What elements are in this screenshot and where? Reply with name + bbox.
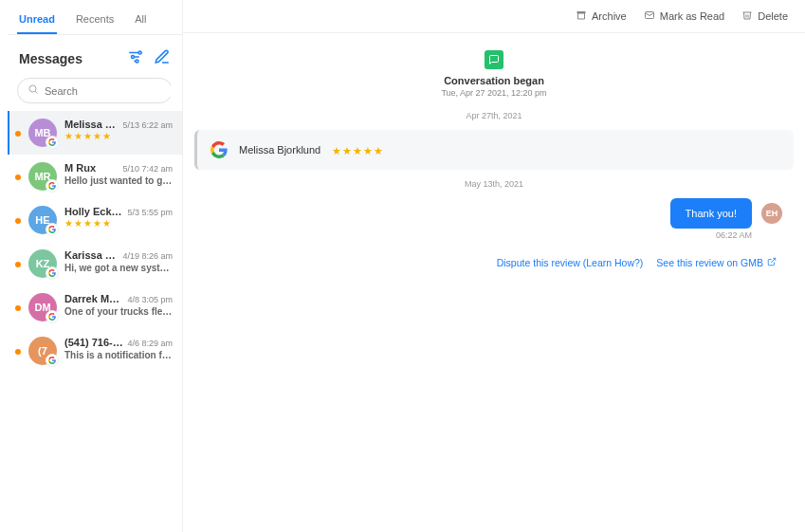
review-author: Melissa Bjorklund bbox=[239, 144, 320, 156]
contact-item[interactable]: DMDarrek Mullins4/8 3:05 pmOne of your t… bbox=[8, 285, 182, 329]
svg-line-10 bbox=[771, 258, 776, 263]
contact-name: Darrek Mullins bbox=[64, 293, 123, 304]
contact-name: Karissa Zurfluh bbox=[64, 249, 119, 261]
review-stars: ★★★★★ bbox=[332, 146, 383, 156]
contact-name: M Rux bbox=[64, 162, 96, 174]
contact-list: MBMelissa Bjorklu...5/13 6:22 am★★★★★MRM… bbox=[8, 111, 182, 532]
rating-stars: ★★★★★ bbox=[64, 132, 173, 141]
toolbar: Archive Mark as Read Delete bbox=[183, 0, 805, 33]
conversation-start-sub: Tue, Apr 27 2021, 12:20 pm bbox=[194, 88, 794, 98]
app-root: Unread Recents All Messages bbox=[0, 0, 805, 532]
search-icon bbox=[27, 83, 39, 98]
timestamp: 5/3 5:55 pm bbox=[127, 208, 173, 217]
archive-button[interactable]: Archive bbox=[576, 9, 627, 23]
main-panel: Archive Mark as Read Delete Conversation… bbox=[183, 0, 805, 532]
left-rail bbox=[0, 0, 8, 532]
item-body: M Rux5/10 7:42 amHello just wanted to gi… bbox=[64, 162, 173, 186]
conversation-start: Conversation began Tue, Apr 27 2021, 12:… bbox=[194, 50, 794, 98]
unread-dot bbox=[15, 174, 21, 180]
contact-name: Holly Eckley bbox=[64, 206, 123, 217]
item-body: Karissa Zurfluh4/19 8:26 amHi, we got a … bbox=[64, 249, 173, 273]
google-badge-icon bbox=[46, 354, 59, 367]
tabs: Unread Recents All bbox=[8, 0, 182, 35]
avatar-wrap: (7 bbox=[28, 337, 57, 365]
page-title: Messages bbox=[19, 51, 82, 66]
contact-item[interactable]: MBMelissa Bjorklu...5/13 6:22 am★★★★★ bbox=[8, 111, 182, 155]
message-preview: Hello just wanted to give a heads u... bbox=[64, 175, 173, 186]
svg-point-4 bbox=[132, 56, 135, 59]
message-preview: This is a notification from Ferguso... bbox=[64, 350, 173, 360]
avatar-wrap: DM bbox=[28, 293, 57, 321]
timestamp: 5/10 7:42 am bbox=[122, 164, 173, 174]
avatar-wrap: HE bbox=[28, 206, 57, 234]
archive-icon bbox=[576, 9, 587, 23]
external-link-icon bbox=[767, 257, 777, 268]
unread-dot bbox=[15, 131, 21, 137]
google-badge-icon bbox=[46, 179, 59, 193]
unread-dot bbox=[15, 305, 21, 311]
unread-dot bbox=[15, 349, 21, 355]
google-badge-icon bbox=[46, 136, 59, 149]
rating-stars: ★★★★★ bbox=[64, 219, 173, 229]
tab-recents[interactable]: Recents bbox=[74, 9, 116, 34]
chat-icon bbox=[485, 50, 503, 69]
compose-icon[interactable] bbox=[154, 48, 171, 68]
message-preview: One of your trucks flew past me on... bbox=[64, 306, 173, 317]
dispute-link[interactable]: Dispute this review (Learn How?) bbox=[497, 257, 644, 268]
search-input[interactable] bbox=[45, 85, 175, 97]
contact-name: (541) 716-5778 bbox=[64, 337, 123, 348]
timestamp: 5/13 6:22 am bbox=[122, 120, 173, 130]
svg-point-3 bbox=[138, 51, 141, 54]
timestamp: 4/6 8:29 am bbox=[127, 339, 173, 348]
sidebar: Unread Recents All Messages bbox=[8, 0, 183, 532]
mail-icon bbox=[644, 9, 655, 23]
message-timestamp: 06:22 AM bbox=[194, 230, 752, 240]
search-box[interactable] bbox=[17, 78, 173, 103]
google-icon bbox=[210, 141, 228, 158]
contact-item[interactable]: HEHolly Eckley5/3 5:55 pm★★★★★ bbox=[8, 198, 182, 242]
sidebar-header: Messages bbox=[8, 35, 182, 78]
contact-item[interactable]: (7(541) 716-57784/6 8:29 amThis is a not… bbox=[8, 329, 182, 373]
unread-dot bbox=[15, 218, 21, 224]
delete-button[interactable]: Delete bbox=[741, 9, 788, 23]
contact-name: Melissa Bjorklu... bbox=[64, 119, 119, 130]
trash-icon bbox=[741, 9, 753, 23]
message-preview: Hi, we got a new system installed a... bbox=[64, 263, 173, 273]
message-bubble: Thank you! bbox=[670, 198, 752, 229]
review-card: Melissa Bjorklund ★★★★★ bbox=[194, 130, 794, 170]
contact-item[interactable]: MRM Rux5/10 7:42 amHello just wanted to … bbox=[8, 155, 182, 198]
item-body: Darrek Mullins4/8 3:05 pmOne of your tru… bbox=[64, 293, 173, 317]
item-body: Melissa Bjorklu...5/13 6:22 am★★★★★ bbox=[64, 119, 173, 141]
header-actions bbox=[127, 48, 171, 68]
conversation-start-title: Conversation began bbox=[194, 75, 794, 86]
filter-icon[interactable] bbox=[127, 48, 144, 68]
svg-point-5 bbox=[136, 60, 138, 63]
mark-read-button[interactable]: Mark as Read bbox=[644, 9, 724, 23]
google-badge-icon bbox=[46, 310, 59, 323]
contact-item[interactable]: KZKarissa Zurfluh4/19 8:26 amHi, we got … bbox=[8, 242, 182, 285]
unread-dot bbox=[15, 262, 21, 267]
search-wrap bbox=[8, 78, 182, 111]
timestamp: 4/19 8:26 am bbox=[122, 251, 173, 261]
google-badge-icon bbox=[46, 266, 59, 280]
review-actions: Dispute this review (Learn How?) See thi… bbox=[194, 240, 794, 268]
date-marker: Apr 27th, 2021 bbox=[194, 111, 794, 120]
svg-point-6 bbox=[29, 85, 36, 92]
thread: Conversation began Tue, Apr 27 2021, 12:… bbox=[183, 33, 805, 532]
tab-unread[interactable]: Unread bbox=[17, 9, 57, 34]
google-badge-icon bbox=[46, 223, 59, 236]
avatar-wrap: MR bbox=[28, 162, 57, 191]
message-row: Thank you! EH bbox=[194, 198, 782, 229]
item-body: Holly Eckley5/3 5:55 pm★★★★★ bbox=[64, 206, 173, 229]
avatar-wrap: MB bbox=[28, 119, 57, 147]
svg-line-7 bbox=[35, 91, 37, 93]
avatar-wrap: KZ bbox=[28, 249, 57, 278]
date-marker: May 13th, 2021 bbox=[194, 179, 794, 189]
timestamp: 4/8 3:05 pm bbox=[127, 295, 173, 304]
avatar: EH bbox=[761, 203, 782, 224]
tab-all[interactable]: All bbox=[133, 9, 148, 34]
item-body: (541) 716-57784/6 8:29 amThis is a notif… bbox=[64, 337, 173, 360]
gmb-link[interactable]: See this review on GMB bbox=[656, 257, 777, 268]
